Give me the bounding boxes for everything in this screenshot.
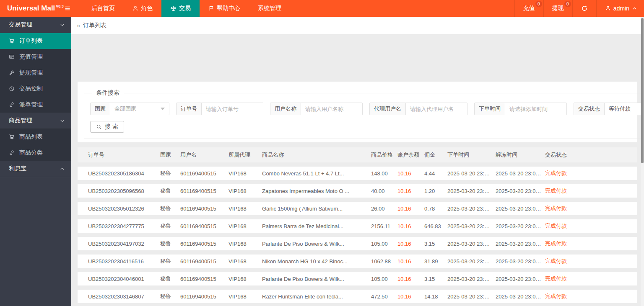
user-icon bbox=[132, 5, 138, 11]
table-cell: Palmers Barra de Tez Medicinal... bbox=[262, 223, 371, 229]
field-label: 订单号 bbox=[177, 103, 202, 115]
chevup-icon bbox=[60, 166, 65, 172]
scales-icon bbox=[170, 5, 177, 12]
table-cell: 10.16 bbox=[397, 293, 424, 300]
withdraw-button[interactable]: 提现 0 bbox=[543, 0, 572, 17]
table-cell: VIP168 bbox=[229, 258, 262, 265]
table-header-cell: 用户名 bbox=[180, 151, 229, 159]
sidebar-item-0-3[interactable]: 交易控制 bbox=[0, 81, 71, 97]
user-menu[interactable]: admin bbox=[596, 0, 644, 17]
top-menu-item-label: 交易 bbox=[179, 5, 191, 12]
search-field-5: 交易状态等待付款 bbox=[574, 103, 644, 115]
breadcrumb: » 订单列表 bbox=[71, 17, 644, 34]
search-panel: 条件搜索 国家全部国家订单号用户名称代理用户名下单时间交易状态等待付款 搜 索 bbox=[78, 82, 637, 142]
recharge-badge: 0 bbox=[535, 1, 542, 7]
table-cell: UB2503202303146807 bbox=[78, 293, 160, 300]
sidebar-group-2[interactable]: 利息宝 bbox=[0, 161, 71, 177]
top-menu-item-0[interactable]: 后台首页 bbox=[83, 0, 124, 17]
brand-name: Universal Mall bbox=[7, 4, 55, 13]
top-menu-item-label: 后台首页 bbox=[91, 5, 115, 12]
field-label: 下单时间 bbox=[475, 103, 505, 115]
sidebar-group-0[interactable]: 交易管理 bbox=[0, 17, 71, 33]
sidebar-item-label: 商品分类 bbox=[19, 149, 43, 157]
table-cell: 601169400515 bbox=[180, 223, 229, 229]
top-menu-item-4[interactable]: 系统管理 bbox=[249, 0, 290, 17]
sidebar-item-1-0[interactable]: 商品列表 bbox=[0, 129, 71, 145]
table-cell: UB2503202305186304 bbox=[78, 170, 160, 177]
sidebar-item-1-1[interactable]: 商品分类 bbox=[0, 145, 71, 161]
table-cell: 601169400515 bbox=[180, 170, 229, 177]
field-input-1[interactable] bbox=[202, 103, 263, 115]
refresh-button[interactable] bbox=[572, 0, 596, 17]
table-cell: 2025-03-20 23:05:14 bbox=[496, 206, 545, 212]
table-row-3: UB2503202304277775秘鲁601169400515VIP168Pa… bbox=[78, 219, 637, 233]
top-menu-item-2[interactable]: 交易 bbox=[161, 0, 200, 17]
sidebar-group-label: 商品管理 bbox=[9, 117, 32, 124]
table-cell: 秘鲁 bbox=[160, 170, 180, 177]
withdraw-badge: 0 bbox=[564, 1, 571, 7]
field-input-3[interactable] bbox=[406, 103, 467, 115]
refresh-icon bbox=[581, 5, 588, 12]
sidebar-item-0-1[interactable]: 充值管理 bbox=[0, 49, 71, 65]
sidebar-group-1[interactable]: 商品管理 bbox=[0, 113, 71, 129]
table-cell: 472.50 bbox=[371, 293, 397, 300]
table-cell: 10.16 bbox=[397, 241, 424, 247]
table-row-4: UB2503202304197032秘鲁601169400515VIP168Pa… bbox=[78, 237, 637, 250]
hamburger-icon[interactable] bbox=[58, 0, 77, 17]
table-cell: Combo Neveras 51.1 Lt + 4.7 Lt... bbox=[262, 170, 371, 177]
table-cell: 1.20 bbox=[424, 188, 447, 194]
sidebar-item-0-2[interactable]: 提现管理 bbox=[0, 65, 71, 81]
table-cell: UB2503202305012326 bbox=[78, 206, 160, 212]
field-select-5[interactable]: 等待付款 bbox=[605, 103, 644, 115]
table-header-cell: 订单号 bbox=[78, 151, 160, 159]
table-cell: 601169400515 bbox=[180, 241, 229, 247]
top-menu-item-1[interactable]: 角色 bbox=[124, 0, 161, 17]
main-content: 条件搜索 国家全部国家订单号用户名称代理用户名下单时间交易状态等待付款 搜 索 … bbox=[71, 34, 644, 306]
search-button[interactable]: 搜 索 bbox=[90, 121, 124, 133]
recharge-button[interactable]: 充值 0 bbox=[514, 0, 543, 17]
top-menu-item-3[interactable]: 帮助中心 bbox=[200, 0, 249, 17]
sidebar-group-label: 利息宝 bbox=[9, 165, 26, 172]
table-cell: Nikon Monarch HG 10 x 42 Binoc... bbox=[262, 258, 371, 265]
search-field-2: 用户名称 bbox=[270, 103, 363, 115]
table-cell: VIP168 bbox=[229, 293, 262, 300]
sidebar-item-0-4[interactable]: 派单管理 bbox=[0, 97, 71, 113]
table-cell: 105.00 bbox=[371, 241, 397, 247]
field-input-2[interactable] bbox=[301, 103, 362, 115]
table-cell: VIP168 bbox=[229, 223, 262, 229]
table-header-cell: 交易状态 bbox=[545, 151, 637, 159]
field-select-0[interactable]: 全部国家 bbox=[110, 103, 169, 115]
table-cell: 2025-03-20 23:04:04 bbox=[447, 276, 496, 282]
table-cell: 10.16 bbox=[397, 223, 424, 229]
select-value: 全部国家 bbox=[114, 105, 136, 113]
cart-icon bbox=[9, 38, 16, 44]
page-title: 订单列表 bbox=[83, 22, 106, 29]
table-cell: UB2503202304197032 bbox=[78, 241, 160, 247]
table-cell: UB2503202304116516 bbox=[78, 258, 160, 265]
card-icon bbox=[9, 54, 16, 60]
table-header-cell: 解冻时间 bbox=[496, 151, 545, 159]
vertical-scrollbar[interactable] bbox=[641, 17, 644, 306]
link-icon bbox=[9, 102, 16, 108]
table-cell: 601169400515 bbox=[180, 293, 229, 300]
orders-table: 订单号国家用户名所属代理商品名称商品价格账户余额佣金下单时间解冻时间交易状态UB… bbox=[78, 147, 637, 306]
table-cell: 1062.88 bbox=[371, 258, 397, 265]
field-input-4[interactable] bbox=[505, 103, 566, 115]
brand-version: V8.3 bbox=[56, 4, 64, 8]
table-cell: 完成付款 bbox=[545, 205, 637, 212]
scrollbar-thumb[interactable] bbox=[641, 18, 644, 163]
user-icon bbox=[605, 5, 611, 11]
table-header-cell: 国家 bbox=[160, 151, 180, 159]
table-header-cell: 下单时间 bbox=[447, 151, 496, 159]
table-header-row: 订单号国家用户名所属代理商品名称商品价格账户余额佣金下单时间解冻时间交易状态 bbox=[78, 147, 637, 162]
gavel-icon bbox=[9, 70, 16, 76]
withdraw-label: 提现 bbox=[552, 5, 564, 12]
table-cell: 2025-03-20 23:05:21 bbox=[496, 188, 545, 194]
table-cell: Razer Huntsman Elite con tecla... bbox=[262, 293, 371, 300]
table-cell: 2025-03-20 23:05:01 bbox=[447, 206, 496, 212]
table-cell: Zapatones Impermeables Moto O ... bbox=[262, 188, 371, 194]
search-fieldset: 条件搜索 国家全部国家订单号用户名称代理用户名下单时间交易状态等待付款 搜 索 bbox=[84, 89, 644, 139]
chevron-down-icon bbox=[161, 108, 165, 110]
sidebar-item-0-0[interactable]: 订单列表 bbox=[0, 33, 71, 49]
field-label: 国家 bbox=[91, 103, 110, 115]
